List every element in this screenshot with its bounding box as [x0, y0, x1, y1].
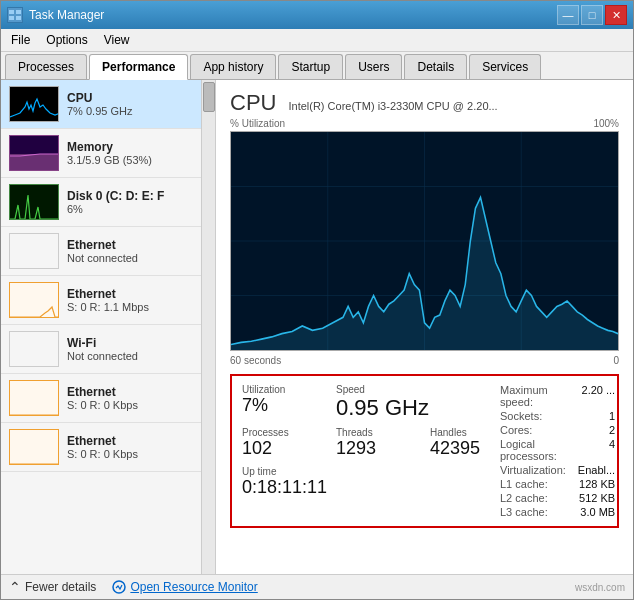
stats-box: Utilization 7% Speed 0.95 GHz Proces — [230, 374, 619, 528]
wifi-mini-graph — [9, 331, 59, 367]
tab-performance[interactable]: Performance — [89, 54, 188, 80]
ethernet1-name: Ethernet — [67, 238, 193, 252]
max-speed-value: 2.20 ... — [578, 384, 615, 408]
window-title: Task Manager — [29, 8, 104, 22]
threads-group: Threads 1293 — [336, 427, 406, 460]
open-resource-monitor-link[interactable]: Open Resource Monitor — [112, 580, 257, 595]
ethernet3-value: S: 0 R: 0 Kbps — [67, 399, 193, 411]
logical-value: 4 — [578, 438, 615, 462]
virtualization-label: Virtualization: — [500, 464, 566, 476]
stats-row-1: Utilization 7% Speed 0.95 GHz — [242, 384, 500, 421]
wifi-value: Not connected — [67, 350, 193, 362]
sidebar-item-ethernet1[interactable]: Ethernet Not connected — [1, 227, 215, 276]
ethernet1-mini-graph — [9, 233, 59, 269]
stats-row-2: Processes 102 Threads 1293 Handles 42395 — [242, 427, 500, 460]
ethernet4-mini-graph — [9, 429, 59, 465]
ethernet3-info: Ethernet S: 0 R: 0 Kbps — [67, 385, 193, 411]
chevron-up-icon: ⌃ — [9, 579, 21, 595]
handles-group: Handles 42395 — [430, 427, 500, 460]
title-bar: Task Manager — □ ✕ — [1, 1, 633, 29]
sidebar-item-ethernet3[interactable]: Ethernet S: 0 R: 0 Kbps — [1, 374, 215, 423]
cpu-graph-svg — [231, 132, 618, 350]
threads-label: Threads — [336, 427, 406, 438]
l3-label: L3 cache: — [500, 506, 566, 518]
minimize-button[interactable]: — — [557, 5, 579, 25]
ethernet2-info: Ethernet S: 0 R: 1.1 Mbps — [67, 287, 193, 313]
svg-rect-3 — [16, 16, 21, 20]
time-label-left: 60 seconds — [230, 355, 281, 366]
cpu-title: CPU — [230, 90, 276, 116]
tab-users[interactable]: Users — [345, 54, 402, 79]
uptime-value: 0:18:11:11 — [242, 477, 500, 499]
sidebar-scroll-thumb[interactable] — [203, 82, 215, 112]
l2-label: L2 cache: — [500, 492, 566, 504]
status-bar: ⌃ Fewer details Open Resource Monitor ws… — [1, 574, 633, 599]
open-monitor-label: Open Resource Monitor — [130, 580, 257, 594]
sockets-label: Sockets: — [500, 410, 566, 422]
wifi-info: Wi-Fi Not connected — [67, 336, 193, 362]
sidebar-scrollbar[interactable] — [201, 80, 215, 574]
cpu-value: 7% 0.95 GHz — [67, 105, 193, 117]
handles-value: 42395 — [430, 438, 500, 460]
speed-value: 0.95 GHz — [336, 395, 429, 421]
graph-labels: % Utilization 100% — [230, 118, 619, 129]
cpu-subtitle: Intel(R) Core(TM) i3-2330M CPU @ 2.20... — [288, 100, 497, 112]
logical-label: Logical processors: — [500, 438, 566, 462]
memory-info: Memory 3.1/5.9 GB (53%) — [67, 140, 193, 166]
disk-value: 6% — [67, 203, 193, 215]
tab-app-history[interactable]: App history — [190, 54, 276, 79]
svg-rect-1 — [16, 10, 21, 14]
utilization-group: Utilization 7% — [242, 384, 312, 421]
tab-processes[interactable]: Processes — [5, 54, 87, 79]
tab-startup[interactable]: Startup — [278, 54, 343, 79]
sidebar-item-wifi[interactable]: Wi-Fi Not connected — [1, 325, 215, 374]
l1-value: 128 KB — [578, 478, 615, 490]
maximize-button[interactable]: □ — [581, 5, 603, 25]
time-label-right: 0 — [613, 355, 619, 366]
utilization-value: 7% — [242, 395, 312, 417]
svg-rect-2 — [9, 16, 14, 20]
menu-options[interactable]: Options — [40, 31, 93, 49]
ethernet3-mini-graph — [9, 380, 59, 416]
ethernet3-name: Ethernet — [67, 385, 193, 399]
fewer-details-button[interactable]: ⌃ Fewer details — [9, 579, 96, 595]
tab-services[interactable]: Services — [469, 54, 541, 79]
ethernet4-info: Ethernet S: 0 R: 0 Kbps — [67, 434, 193, 460]
ethernet2-name: Ethernet — [67, 287, 193, 301]
speed-group: Speed 0.95 GHz — [336, 384, 429, 421]
close-button[interactable]: ✕ — [605, 5, 627, 25]
title-left: Task Manager — [7, 7, 104, 23]
ethernet4-name: Ethernet — [67, 434, 193, 448]
l2-value: 512 KB — [578, 492, 615, 504]
utilization-label: Utilization — [242, 384, 312, 395]
cpu-info-panel: Maximum speed: 2.20 ... Sockets: 1 Cores… — [500, 384, 615, 518]
cpu-info: CPU 7% 0.95 GHz — [67, 91, 193, 117]
ethernet1-value: Not connected — [67, 252, 193, 264]
disk-mini-graph — [9, 184, 59, 220]
menu-view[interactable]: View — [98, 31, 136, 49]
sidebar-item-memory[interactable]: Memory 3.1/5.9 GB (53%) — [1, 129, 215, 178]
main-content: CPU 7% 0.95 GHz Memory 3.1/5.9 GB (53%) — [1, 80, 633, 574]
cpu-graph — [230, 131, 619, 351]
ethernet1-info: Ethernet Not connected — [67, 238, 193, 264]
sidebar-item-ethernet4[interactable]: Ethernet S: 0 R: 0 Kbps — [1, 423, 215, 472]
tab-bar: Processes Performance App history Startu… — [1, 52, 633, 80]
memory-name: Memory — [67, 140, 193, 154]
sidebar-item-disk[interactable]: Disk 0 (C: D: E: F 6% — [1, 178, 215, 227]
graph-label-left: % Utilization — [230, 118, 285, 129]
wifi-name: Wi-Fi — [67, 336, 193, 350]
l3-value: 3.0 MB — [578, 506, 615, 518]
menu-file[interactable]: File — [5, 31, 36, 49]
processes-value: 102 — [242, 438, 312, 460]
sidebar-item-cpu[interactable]: CPU 7% 0.95 GHz — [1, 80, 215, 129]
ethernet4-value: S: 0 R: 0 Kbps — [67, 448, 193, 460]
memory-value: 3.1/5.9 GB (53%) — [67, 154, 193, 166]
uptime-row: Up time 0:18:11:11 — [242, 466, 500, 499]
cores-value: 2 — [578, 424, 615, 436]
sidebar-item-ethernet2[interactable]: Ethernet S: 0 R: 1.1 Mbps — [1, 276, 215, 325]
fewer-details-label: Fewer details — [25, 580, 96, 594]
tab-details[interactable]: Details — [404, 54, 467, 79]
virtualization-value: Enabl... — [578, 464, 615, 476]
processes-label: Processes — [242, 427, 312, 438]
l1-label: L1 cache: — [500, 478, 566, 490]
